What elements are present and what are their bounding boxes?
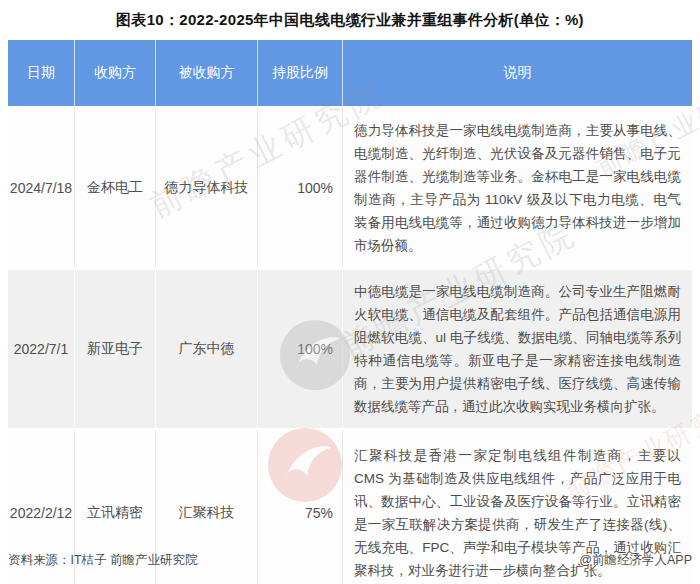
description-text: 德力导体科技是一家电线电缆制造商，主要从事电线、电缆制造、光纤制造、光伏设备及元…: [354, 119, 681, 257]
page-title: 图表10：2022-2025年中国电线电缆行业兼并重组事件分析(单位：%): [0, 11, 700, 30]
cell-acquirer: 金杯电工: [75, 109, 156, 267]
column-header-ratio: 持股比例: [258, 40, 343, 106]
column-header-date: 日期: [8, 40, 75, 106]
ma-events-table: 日期 收购方 被收购方 持股比例 说明 2024/7/18 金杯电工 德力导体科…: [8, 40, 692, 584]
cell-target: 广东中德: [156, 270, 258, 428]
cell-description: 中德电缆是一家电线电缆制造商。公司专业生产阻燃耐火软电缆、通信电缆及配套组件。产…: [343, 270, 692, 428]
cell-description: 德力导体科技是一家电线电缆制造商，主要从事电线、电缆制造、光纤制造、光伏设备及元…: [343, 109, 692, 267]
description-text: 中德电缆是一家电线电缆制造商。公司专业生产阻燃耐火软电缆、通信电缆及配套组件。产…: [354, 280, 681, 418]
source-note: 资料来源：IT桔子 前瞻产业研究院: [8, 552, 198, 569]
report-figure: 图表10：2022-2025年中国电线电缆行业兼并重组事件分析(单位：%) 前瞻…: [0, 0, 700, 584]
cell-ratio: 100%: [258, 109, 343, 267]
cell-acquirer: 新亚电子: [75, 270, 156, 428]
cell-date: 2022/7/1: [8, 270, 75, 428]
column-header-target: 被收购方: [156, 40, 258, 106]
cell-target: 德力导体科技: [156, 109, 258, 267]
column-header-acquirer: 收购方: [75, 40, 156, 106]
table-row: 2022/7/1 新亚电子 广东中德 100% 中德电缆是一家电线电缆制造商。公…: [8, 270, 692, 428]
credit-note: @前瞻经济学人APP: [579, 552, 692, 569]
figure-footer: 资料来源：IT桔子 前瞻产业研究院 @前瞻经济学人APP: [8, 552, 692, 569]
cell-date: 2024/7/18: [8, 109, 75, 267]
column-header-desc: 说明: [343, 40, 692, 106]
cell-ratio: 100%: [258, 270, 343, 428]
table-row: 2024/7/18 金杯电工 德力导体科技 100% 德力导体科技是一家电线电缆…: [8, 109, 692, 267]
table-header-row: 日期 收购方 被收购方 持股比例 说明: [8, 40, 692, 106]
